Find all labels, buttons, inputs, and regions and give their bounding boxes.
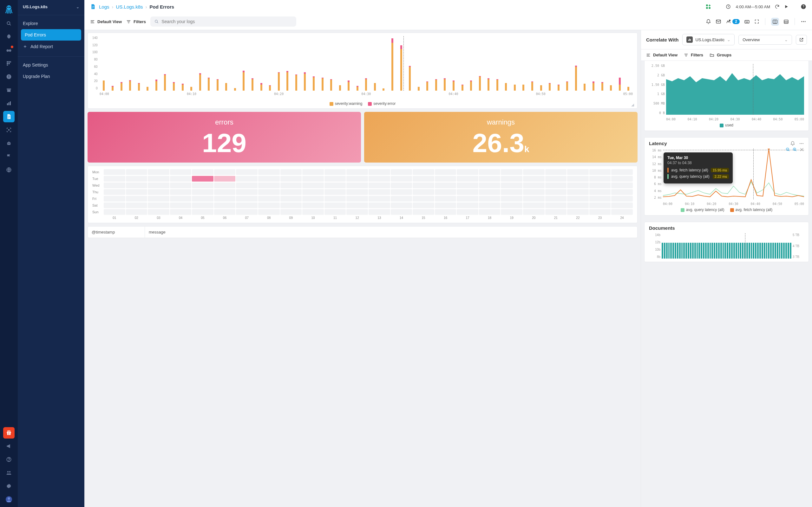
svg-rect-11 (9, 63, 10, 64)
svg-rect-8 (9, 61, 10, 62)
rail-settings-icon[interactable] (3, 481, 14, 492)
rail-megaphone-icon[interactable] (3, 441, 14, 452)
svg-rect-76 (684, 54, 688, 54)
list-view-icon[interactable] (783, 19, 789, 24)
rail-chart-icon[interactable] (3, 98, 14, 109)
search-input[interactable] (150, 16, 296, 26)
more-icon[interactable] (801, 19, 806, 24)
svg-rect-7 (7, 61, 8, 62)
correlate-groups[interactable]: Groups (710, 53, 731, 57)
sidebar-item-pod-errors[interactable]: Pod Errors (21, 29, 81, 41)
sidebar-item-explore[interactable]: Explore (18, 18, 84, 29)
svg-rect-55 (128, 21, 130, 21)
svg-rect-51 (91, 20, 94, 20)
rail-search-icon[interactable] (3, 18, 14, 29)
svg-rect-73 (647, 54, 650, 54)
rail-alert-icon[interactable] (3, 71, 14, 82)
svg-rect-53 (91, 22, 94, 23)
mail-icon[interactable] (716, 19, 721, 24)
play-icon[interactable] (784, 4, 789, 9)
reset-zoom-icon[interactable] (800, 147, 804, 152)
svg-point-27 (9, 143, 10, 144)
add-widget-icon[interactable] (705, 4, 711, 9)
keyboard-icon[interactable] (744, 19, 750, 24)
breadcrumb: Logs › US.Logs.k8s › Pod Errors (99, 4, 174, 9)
help-icon[interactable] (801, 4, 806, 9)
resize-handle-icon[interactable] (631, 104, 634, 107)
correlate-view-dropdown[interactable]: Overview ⌄ (739, 35, 792, 45)
sidebar-add-report[interactable]: ＋Add Report (18, 41, 84, 53)
split-view-icon[interactable] (771, 18, 779, 26)
icon-rail (0, 0, 18, 507)
svg-rect-78 (686, 56, 687, 56)
svg-rect-14 (9, 75, 9, 77)
documents-y-left: 14b12b10b8b (649, 233, 660, 259)
cursor-line (753, 149, 754, 199)
popout-icon[interactable] (796, 35, 807, 45)
svg-rect-70 (688, 40, 689, 41)
documents-bars (662, 235, 792, 259)
breadcrumb-current: Pod Errors (150, 4, 174, 9)
rail-grid-icon[interactable] (3, 58, 14, 69)
breadcrumb-app[interactable]: US.Logs.k8s (116, 4, 143, 9)
rail-team-icon[interactable] (3, 467, 14, 478)
rail-flag-icon[interactable] (3, 151, 14, 162)
rail-gift-icon[interactable] (3, 427, 14, 439)
cursor-hline (663, 150, 804, 150)
correlate-filters[interactable]: Filters (684, 53, 703, 57)
rail-logs-icon[interactable] (3, 111, 14, 122)
sidebar-app-settings[interactable]: App Settings (18, 59, 84, 71)
filters-button[interactable]: Filters (126, 19, 146, 24)
bell-icon[interactable] (790, 141, 795, 146)
rail-archive-icon[interactable] (3, 84, 14, 96)
documents-y-right: 5 TB4 TB3 TB (793, 233, 804, 259)
documents-chart-card: Documents 14b12b10b8b 5 TB4 TB3 TB (644, 222, 809, 262)
rail-bot-icon[interactable] (3, 137, 14, 149)
latency-x-axis: 04:0004:1004:2004:3004:4004:5005:00 (663, 202, 804, 206)
bell-icon[interactable] (706, 19, 711, 24)
svg-point-26 (8, 143, 9, 144)
svg-rect-42 (92, 6, 94, 6)
svg-rect-21 (8, 116, 10, 116)
correlate-source-dropdown[interactable]: US.Logs.Elastic ⌄ (682, 34, 734, 45)
anomaly-icon[interactable]: 2 (726, 19, 740, 24)
rail-binoculars-icon[interactable] (3, 44, 14, 56)
svg-rect-45 (706, 4, 708, 6)
rail-avatar-icon[interactable] (3, 494, 14, 505)
memory-legend: used (649, 121, 804, 127)
doc-icon (90, 4, 96, 9)
memory-y-axis: 2.50 GB2 GB1.50 GB1 GB500 MB0 B (649, 64, 665, 115)
svg-point-5 (7, 49, 9, 52)
time-range[interactable]: 4:00 AM—5:00 AM (726, 4, 770, 9)
warnings-tile: warnings 26.3k (364, 112, 638, 163)
col-timestamp[interactable]: @timestamp (88, 227, 145, 238)
default-view-button[interactable]: Default View (90, 19, 122, 24)
search-icon (154, 19, 159, 24)
more-icon[interactable] (799, 141, 804, 146)
col-message[interactable]: message (145, 227, 169, 238)
top-bar: Logs › US.Logs.k8s › Pod Errors 4:00 AM—… (84, 0, 812, 13)
breadcrumb-logs[interactable]: Logs (99, 4, 109, 9)
correlate-default-view[interactable]: Default View (646, 53, 677, 57)
svg-point-34 (9, 431, 10, 432)
rail-globe-icon[interactable] (3, 164, 14, 176)
app-selector[interactable]: US.Logs.k8s ⌄ (18, 0, 84, 14)
sidebar: US.Logs.k8s ⌄ Explore Pod Errors ＋Add Re… (18, 0, 84, 507)
rail-rocket-icon[interactable] (3, 31, 14, 43)
sidebar-upgrade-plan[interactable]: Upgrade Plan (18, 71, 84, 82)
correlate-bar: Correlate With US.Logs.Elastic ⌄ Overvie… (641, 30, 812, 49)
fullscreen-icon[interactable] (754, 19, 759, 24)
refresh-icon[interactable] (774, 4, 780, 9)
rail-focus-icon[interactable] (3, 124, 14, 135)
bar-chart-icon (687, 37, 693, 43)
svg-point-3 (7, 21, 10, 24)
zoom-out-icon[interactable] (786, 147, 790, 152)
severity-legend: severity:warning severity:error (92, 100, 633, 106)
rail-help-icon[interactable] (3, 454, 14, 465)
zoom-in-icon[interactable] (793, 147, 797, 152)
svg-rect-74 (647, 55, 649, 55)
svg-rect-56 (128, 22, 130, 23)
severity-bars (100, 37, 633, 91)
svg-rect-75 (647, 56, 650, 56)
svg-rect-77 (685, 55, 687, 55)
